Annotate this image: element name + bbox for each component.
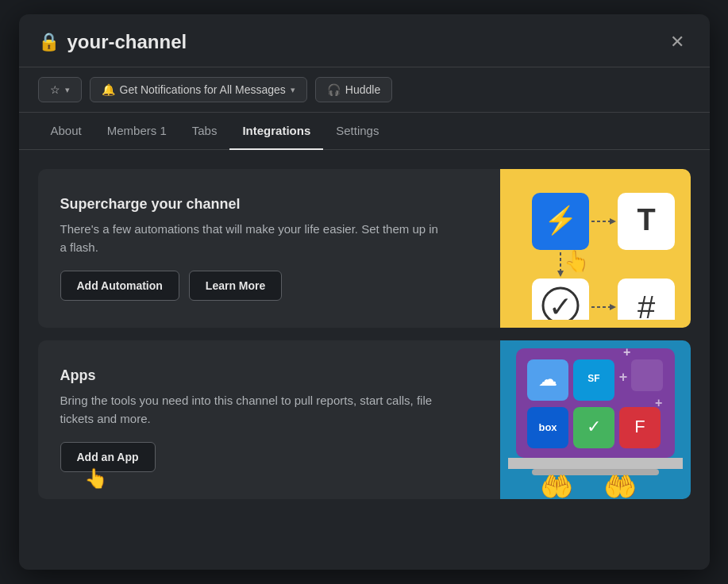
apps-card-title: Apps xyxy=(60,367,478,384)
svg-text:#: # xyxy=(637,290,655,320)
bell-icon: 🔔 xyxy=(102,83,115,96)
svg-rect-31 xyxy=(508,458,683,469)
svg-text:F: F xyxy=(634,417,645,436)
svg-marker-3 xyxy=(610,218,616,225)
svg-text:👆: 👆 xyxy=(564,248,590,274)
apps-card-content: Apps Bring the tools you need into this … xyxy=(38,340,500,499)
automation-illustration: ⚡ T ✓ xyxy=(500,169,691,328)
huddle-label: Huddle xyxy=(345,83,380,96)
add-automation-button[interactable]: Add Automation xyxy=(60,271,179,301)
learn-more-button[interactable]: Learn More xyxy=(189,271,282,301)
apps-illustration: ☁ + SF + box ✓ F + xyxy=(500,340,691,499)
notifications-chevron: ▾ xyxy=(291,85,295,95)
star-chevron: ▾ xyxy=(65,85,70,95)
modal-title: your-channel xyxy=(67,31,187,53)
star-button[interactable]: ☆ ▾ xyxy=(38,77,82,102)
apps-card-desc: Bring the tools you need into this chann… xyxy=(60,392,441,428)
apps-card-actions: Add an App 👆 xyxy=(60,442,478,472)
automation-svg: ⚡ T ✓ xyxy=(516,177,675,320)
apps-card: Apps Bring the tools you need into this … xyxy=(38,340,691,499)
automation-card-desc: There's a few automations that will make… xyxy=(60,221,441,256)
svg-text:☁: ☁ xyxy=(538,368,557,390)
svg-text:T: T xyxy=(637,203,655,236)
svg-text:+: + xyxy=(655,396,662,409)
svg-text:🤲: 🤲 xyxy=(540,471,574,499)
modal-title-row: 🔒 your-channel xyxy=(38,31,187,53)
modal-body: Supercharge your channel There's a few a… xyxy=(19,150,710,570)
automation-card-title: Supercharge your channel xyxy=(60,196,478,213)
tab-settings[interactable]: Settings xyxy=(323,113,391,150)
svg-text:+: + xyxy=(618,369,627,385)
modal-header: 🔒 your-channel ✕ xyxy=(19,14,710,67)
svg-marker-7 xyxy=(557,271,564,277)
svg-text:box: box xyxy=(538,421,557,433)
channel-modal: 🔒 your-channel ✕ ☆ ▾ 🔔 Get Notifications… xyxy=(19,14,710,570)
automation-card-actions: Add Automation Learn More xyxy=(60,271,478,301)
automation-card: Supercharge your channel There's a few a… xyxy=(38,169,691,328)
svg-text:SF: SF xyxy=(587,373,599,384)
tab-integrations[interactable]: Integrations xyxy=(229,113,323,150)
huddle-button[interactable]: 🎧 Huddle xyxy=(315,77,392,102)
svg-rect-23 xyxy=(631,359,663,391)
svg-text:+: + xyxy=(623,345,630,359)
notifications-label: Get Notifications for All Messages xyxy=(120,83,286,96)
notifications-button[interactable]: 🔔 Get Notifications for All Messages ▾ xyxy=(90,77,307,102)
tab-tabs[interactable]: Tabs xyxy=(179,113,230,150)
add-an-app-button[interactable]: Add an App xyxy=(60,442,156,472)
apps-svg: ☁ + SF + box ✓ F + xyxy=(500,340,691,499)
svg-text:🤲: 🤲 xyxy=(603,471,637,499)
svg-text:✓: ✓ xyxy=(587,417,601,436)
add-app-wrapper: Add an App 👆 xyxy=(60,442,156,472)
lock-icon: 🔒 xyxy=(38,32,60,52)
svg-text:✓: ✓ xyxy=(549,290,572,320)
toolbar: ☆ ▾ 🔔 Get Notifications for All Messages… xyxy=(19,67,710,113)
automation-card-content: Supercharge your channel There's a few a… xyxy=(38,169,500,328)
nav-tabs: About Members 1 Tabs Integrations Settin… xyxy=(19,113,710,150)
close-button[interactable]: ✕ xyxy=(664,30,691,54)
tab-about[interactable]: About xyxy=(38,113,94,150)
svg-text:⚡: ⚡ xyxy=(544,204,578,236)
tab-members[interactable]: Members 1 xyxy=(94,113,179,150)
svg-marker-12 xyxy=(610,304,616,310)
headphone-icon: 🎧 xyxy=(327,83,341,96)
star-icon: ☆ xyxy=(50,83,60,96)
